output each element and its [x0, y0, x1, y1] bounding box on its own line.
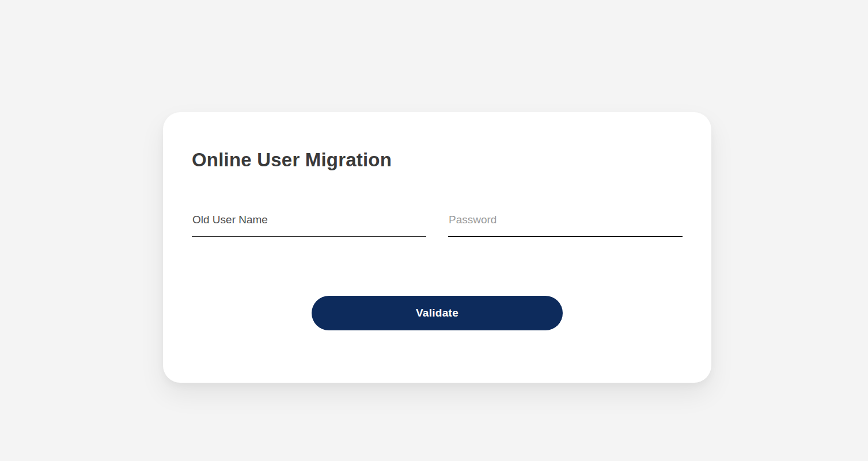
page-background: Online User Migration Validate: [0, 0, 868, 461]
page-title: Online User Migration: [192, 148, 683, 172]
validate-button[interactable]: Validate: [312, 296, 563, 330]
password-field[interactable]: [448, 212, 683, 237]
old-user-name-field[interactable]: [192, 212, 426, 237]
migration-card: Online User Migration Validate: [163, 112, 711, 383]
credentials-row: [192, 212, 683, 237]
